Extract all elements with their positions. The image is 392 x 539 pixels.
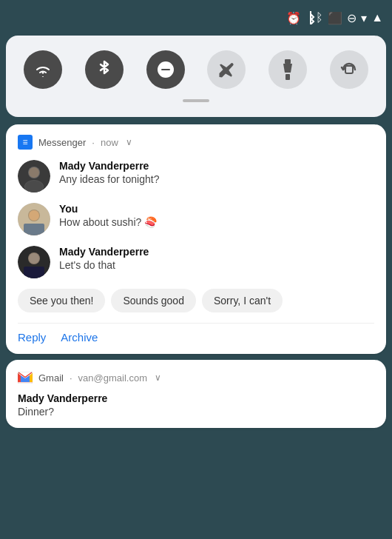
- quick-reply-sorry[interactable]: Sorry, I can't: [202, 289, 283, 312]
- avatar-mady-1: [18, 160, 50, 192]
- svg-point-9: [25, 181, 43, 192]
- rotate-toggle[interactable]: [330, 50, 368, 89]
- dnd-toggle[interactable]: [146, 50, 185, 89]
- message-content-1: Mady Vanderperre Any ideas for tonight?: [59, 160, 159, 185]
- cast-icon: ⬛: [328, 11, 342, 25]
- gmail-app-name: Gmail: [38, 372, 64, 384]
- wifi-toggle[interactable]: [24, 50, 62, 89]
- messenger-expand-icon[interactable]: ∨: [126, 137, 132, 147]
- quick-replies: See you then! Sounds good Sorry, I can't: [18, 289, 374, 312]
- flashlight-toggle[interactable]: [268, 50, 307, 89]
- svg-rect-2: [285, 59, 291, 64]
- messenger-actions: Reply Archive: [18, 323, 374, 344]
- svg-rect-4: [345, 66, 353, 73]
- status-bar: ⏰ ᛒ ⬛ ⊖ ▾ ▲: [0, 0, 392, 36]
- message-content-2: You How about sushi? 🍣: [59, 203, 157, 228]
- message-text-2: How about sushi? 🍣: [59, 216, 157, 228]
- messenger-notif-time-value: now: [101, 137, 118, 148]
- svg-point-14: [29, 210, 39, 221]
- svg-rect-3: [285, 74, 290, 80]
- gmail-notification: Gmail · van@gmail.com ∨ Mady Vanderperre…: [6, 360, 386, 428]
- messenger-app-icon: [18, 135, 33, 150]
- messenger-notif-time: ·: [92, 137, 95, 148]
- notifications-list: Messenger · now ∨ Mady Vanderperre Any i…: [6, 124, 386, 428]
- gmail-app-icon: [18, 370, 33, 385]
- messenger-notification: Messenger · now ∨ Mady Vanderperre Any i…: [6, 124, 386, 354]
- svg-point-8: [29, 167, 39, 178]
- svg-rect-19: [24, 267, 44, 278]
- quick-reply-sounds-good[interactable]: Sounds good: [111, 289, 196, 312]
- drag-handle: [183, 99, 209, 102]
- dnd-icon: ⊖: [347, 11, 356, 25]
- gmail-dot: ·: [70, 372, 72, 384]
- alarm-icon: ⏰: [286, 11, 301, 25]
- avatar-you: [18, 203, 50, 235]
- gmail-account: van@gmail.com: [78, 372, 147, 384]
- archive-button[interactable]: Archive: [61, 331, 98, 344]
- sender-name-1: Mady Vanderperre: [59, 160, 159, 172]
- message-row-1: Mady Vanderperre Any ideas for tonight?: [18, 160, 374, 192]
- messenger-app-name: Messenger: [38, 137, 86, 148]
- airplane-toggle[interactable]: [207, 50, 246, 89]
- bluetooth-toggle[interactable]: [85, 50, 124, 89]
- avatar-mady-2: [18, 246, 50, 278]
- sender-name-3: Mady Vanderperre: [59, 246, 149, 258]
- message-text-1: Any ideas for tonight?: [59, 173, 159, 185]
- sender-name-2: You: [59, 203, 157, 215]
- quick-reply-see-you[interactable]: See you then!: [18, 289, 105, 312]
- message-row-3: Mady Vanderperre Let's do that: [18, 246, 374, 278]
- message-text-3: Let's do that: [59, 259, 149, 271]
- signal-icon: ▲: [371, 11, 383, 24]
- svg-point-18: [29, 253, 39, 264]
- messenger-notif-header: Messenger · now ∨: [18, 135, 374, 150]
- gmail-expand-icon[interactable]: ∨: [155, 372, 161, 383]
- bluetooth-icon: ᛒ: [305, 11, 323, 24]
- message-row-2: You How about sushi? 🍣: [18, 203, 374, 235]
- gmail-subject: Dinner?: [18, 406, 374, 418]
- wifi-icon: ▾: [361, 11, 367, 25]
- quick-settings-panel: [6, 36, 386, 117]
- svg-rect-1: [161, 69, 170, 70]
- svg-rect-13: [24, 224, 44, 235]
- gmail-header: Gmail · van@gmail.com ∨: [18, 370, 374, 385]
- gmail-sender: Mady Vanderperre: [18, 392, 374, 404]
- quick-settings-icons: [24, 50, 368, 89]
- reply-button[interactable]: Reply: [18, 331, 46, 344]
- message-content-3: Mady Vanderperre Let's do that: [59, 246, 149, 271]
